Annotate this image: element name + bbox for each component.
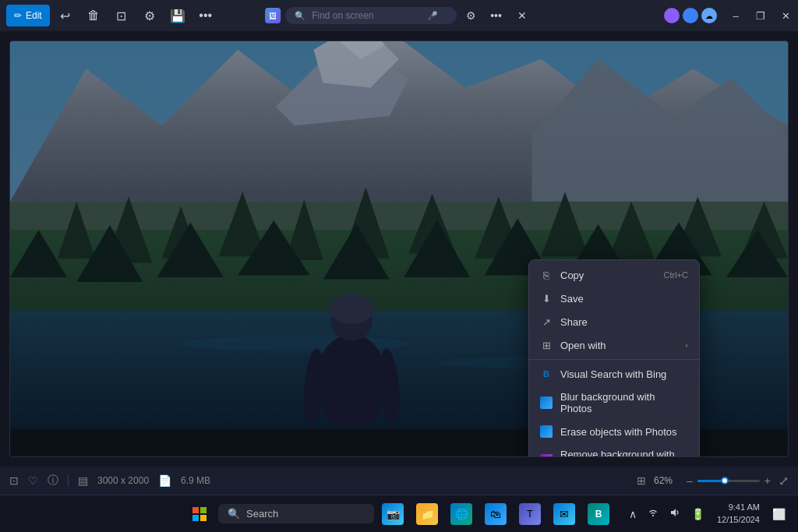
crop-button[interactable]: ⊡: [109, 5, 134, 26]
search-icon: 🔍: [295, 11, 305, 21]
start-button[interactable]: [184, 499, 215, 530]
copy-shortcut: Ctrl+C: [664, 270, 688, 280]
store-icon: 🛍: [485, 503, 507, 525]
taskbar-center: 🔍 Search 📷 📁 🌐 🛍: [184, 499, 614, 530]
taskbar-photos[interactable]: 📷: [377, 499, 408, 530]
context-menu-save[interactable]: ⬇ Save: [529, 287, 699, 310]
bing-search-label: Visual Search with Bing: [560, 368, 688, 380]
zoom-in-button[interactable]: +: [764, 474, 771, 487]
copy-icon: ⎘: [540, 269, 553, 281]
blur-bg-label: Blur background with Photos: [560, 391, 688, 414]
notification-button[interactable]: ⬜: [768, 505, 790, 523]
fullscreen-button[interactable]: ⤢: [779, 474, 789, 488]
context-menu-remove-bg[interactable]: Remove background with Paint: [529, 443, 699, 457]
tray-chevron-button[interactable]: ∧: [624, 505, 641, 523]
zoom-slider[interactable]: [697, 480, 760, 482]
fit-icon[interactable]: ⊞: [637, 474, 646, 487]
volume-icon: [669, 507, 680, 518]
window-controls: ☁ – ❐ ✕: [664, 0, 798, 31]
clock-time: 9:41 AM: [717, 502, 760, 513]
context-menu-divider: [529, 359, 699, 360]
photos-blur-icon: [540, 396, 553, 409]
svg-rect-43: [200, 507, 207, 513]
bing-icon: B: [540, 368, 553, 380]
status-right: ⊞ 62% – + ⤢: [637, 474, 789, 488]
context-menu-share[interactable]: ↗ Share: [529, 310, 699, 333]
edge-icon: 🌐: [450, 503, 472, 525]
teams-icon: T: [519, 503, 541, 525]
maximize-button[interactable]: ❐: [748, 0, 773, 31]
file-size-icon: 📄: [158, 474, 171, 487]
tray-icon-cloud[interactable]: ☁: [701, 8, 717, 23]
close-button[interactable]: ✕: [773, 0, 798, 31]
taskbar-mail[interactable]: ✉: [549, 499, 580, 530]
taskbar: 🔍 Search 📷 📁 🌐 🛍: [0, 495, 798, 532]
taskbar-right: ∧ 🔋 9:41 AM 12/15/2024 ⬜: [624, 499, 790, 529]
more-options-button[interactable]: •••: [193, 5, 218, 26]
context-menu-bing-search[interactable]: B Visual Search with Bing: [529, 362, 699, 386]
context-menu-open-with[interactable]: ⊞ Open with ›: [529, 333, 699, 357]
zoom-out-button[interactable]: –: [687, 474, 693, 487]
file-size-text: 6.9 MB: [181, 475, 210, 486]
undo-button[interactable]: ↩: [53, 5, 78, 26]
main-content: ⎘ Copy Ctrl+C ⬇ Save ↗ Share ⊞ Open: [0, 31, 798, 467]
adjust-button[interactable]: ⚙: [137, 5, 162, 26]
status-bar: ⊡ ♡ ⓘ ▤ 3000 x 2000 📄 6.9 MB ⊞ 62% – + ⤢: [0, 467, 798, 495]
erase-objects-label: Erase objects with Photos: [560, 426, 688, 438]
open-with-icon: ⊞: [540, 339, 553, 351]
clock-date: 12/15/2024: [717, 514, 760, 526]
more-button[interactable]: •••: [486, 6, 507, 25]
taskbar-bing[interactable]: B: [583, 499, 614, 530]
info-icon[interactable]: ⓘ: [48, 474, 58, 488]
tray-icon-blue[interactable]: [683, 8, 698, 23]
svg-marker-46: [671, 509, 676, 516]
zoom-slider-thumb[interactable]: [721, 477, 729, 484]
save-button[interactable]: 💾: [165, 5, 190, 26]
zoom-slider-fill: [697, 480, 722, 482]
context-menu-erase-objects[interactable]: Erase objects with Photos: [529, 420, 699, 443]
bing-taskbar-icon: B: [588, 503, 609, 525]
wifi-icon: [648, 507, 659, 518]
edit-button[interactable]: ✏ Edit: [6, 5, 50, 26]
title-bar-left: ✏ Edit ↩ 🗑 ⊡ ⚙ 💾 •••: [6, 5, 218, 26]
svg-rect-45: [200, 515, 207, 521]
mail-icon: ✉: [553, 503, 575, 525]
search-input[interactable]: [312, 10, 421, 21]
svg-rect-42: [192, 507, 199, 513]
context-menu-blur-bg[interactable]: Blur background with Photos: [529, 386, 699, 420]
share-icon: ↗: [540, 315, 553, 328]
save-icon: ⬇: [540, 292, 553, 305]
taskbar-search[interactable]: 🔍 Search: [218, 504, 374, 523]
search-taskbar-icon: 🔍: [228, 508, 240, 520]
save-label: Save: [560, 293, 688, 305]
tray-icons: ☁: [664, 8, 717, 23]
taskbar-edge[interactable]: 🌐: [446, 499, 477, 530]
minimize-button[interactable]: –: [723, 0, 748, 31]
dimensions-text: 3000 x 2000: [97, 475, 149, 486]
delete-button[interactable]: 🗑: [81, 5, 106, 26]
remove-bg-label: Remove background with Paint: [560, 449, 688, 457]
pencil-icon: ✏: [14, 10, 22, 21]
heart-icon[interactable]: ♡: [28, 474, 38, 487]
settings-button[interactable]: ⚙: [461, 6, 481, 25]
close-search-button[interactable]: ✕: [511, 6, 533, 25]
fit-screen-icon[interactable]: ⊡: [9, 474, 19, 487]
address-bar[interactable]: 🔍 🎤: [285, 7, 457, 24]
taskbar-store[interactable]: 🛍: [480, 499, 511, 530]
share-label: Share: [560, 316, 688, 328]
clock[interactable]: 9:41 AM 12/15/2024: [711, 499, 766, 529]
svg-rect-44: [192, 515, 199, 521]
context-menu-copy[interactable]: ⎘ Copy Ctrl+C: [529, 263, 699, 287]
taskbar-file-explorer[interactable]: 📁: [411, 499, 443, 530]
file-explorer-icon: 📁: [416, 503, 438, 525]
context-menu: ⎘ Copy Ctrl+C ⬇ Save ↗ Share ⊞ Open: [528, 259, 700, 457]
volume-button[interactable]: [665, 504, 685, 523]
photos-app-icon: 📷: [382, 503, 404, 525]
wifi-button[interactable]: [643, 504, 663, 523]
taskbar-teams[interactable]: T: [514, 499, 546, 530]
title-bar: ✏ Edit ↩ 🗑 ⊡ ⚙ 💾 ••• 🖼 🔍 🎤 ⚙ ••• ✕: [0, 0, 798, 31]
photos-erase-icon: [540, 425, 553, 438]
tray-icon-purple[interactable]: [664, 8, 680, 23]
image-area: ⎘ Copy Ctrl+C ⬇ Save ↗ Share ⊞ Open: [9, 41, 789, 457]
battery-button[interactable]: 🔋: [687, 505, 709, 523]
